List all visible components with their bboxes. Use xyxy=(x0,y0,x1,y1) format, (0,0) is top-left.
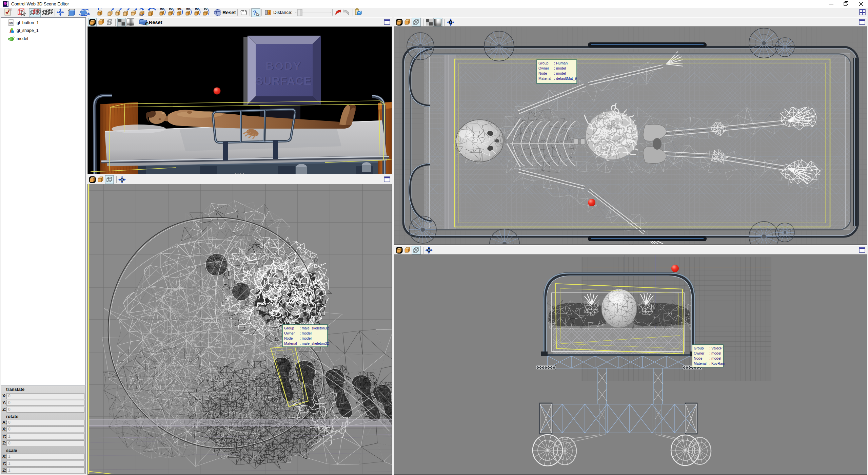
svg-text:Node: Node xyxy=(694,356,702,360)
svg-text:ON: ON xyxy=(9,22,13,24)
svg-text:SURFACE: SURFACE xyxy=(255,74,312,87)
svg-text:90: 90 xyxy=(195,8,199,11)
svg-text:: model: : model xyxy=(300,331,312,335)
svg-text:Group: Group xyxy=(538,61,549,65)
svg-text:Reset: Reset xyxy=(149,20,162,25)
svg-text:: male_skeleton32: : male_skeleton32 xyxy=(300,341,329,345)
svg-text:Group: Group xyxy=(694,346,704,350)
svg-text:Node: Node xyxy=(284,336,293,340)
svg-text:: model: : model xyxy=(554,71,566,75)
svg-text:Reset: Reset xyxy=(222,10,236,15)
svg-text:Material: Material xyxy=(284,341,297,345)
svg-text:90: 90 xyxy=(186,8,190,11)
svg-text:Node: Node xyxy=(538,71,547,75)
svg-text:: model: : model xyxy=(709,351,721,355)
svg-text:Material: Material xyxy=(694,361,707,365)
svg-text:BODY: BODY xyxy=(265,59,301,72)
svg-text:Owner: Owner xyxy=(284,331,295,335)
svg-text:: Human: : Human xyxy=(554,61,568,65)
svg-text:: model: : model xyxy=(709,356,721,360)
svg-text:: model: : model xyxy=(300,336,312,340)
svg-text:Owner: Owner xyxy=(538,66,549,70)
svg-text:: ValecP: : ValecP xyxy=(709,346,723,350)
svg-text:: model: : model xyxy=(554,66,566,70)
svg-text:?: ? xyxy=(253,10,256,16)
svg-text:90: 90 xyxy=(204,8,208,11)
svg-text:90: 90 xyxy=(160,8,164,11)
svg-text:Group: Group xyxy=(284,326,294,330)
svg-text:: KovRam: : KovRam xyxy=(709,361,725,365)
svg-text:Material: Material xyxy=(538,76,551,80)
svg-text:: defaultMat_9: : defaultMat_9 xyxy=(554,76,577,80)
svg-text:: male_skeleton32: : male_skeleton32 xyxy=(300,326,329,330)
svg-text:90: 90 xyxy=(177,8,181,11)
svg-text:Owner: Owner xyxy=(694,351,705,355)
svg-text:Distance:: Distance: xyxy=(273,10,292,15)
svg-text:90: 90 xyxy=(169,8,173,11)
